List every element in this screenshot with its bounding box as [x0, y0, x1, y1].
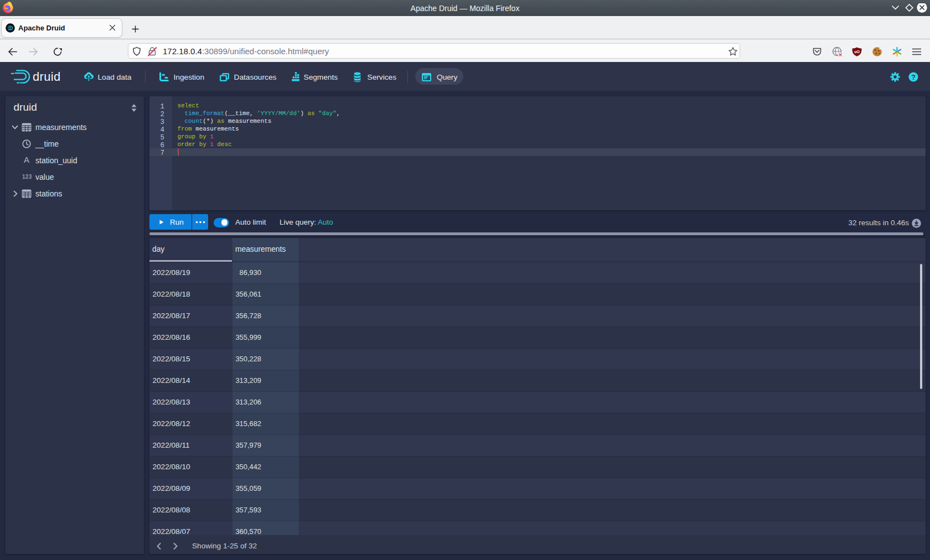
svg-text:uO: uO — [854, 50, 860, 54]
svg-text:?: ? — [911, 73, 916, 81]
